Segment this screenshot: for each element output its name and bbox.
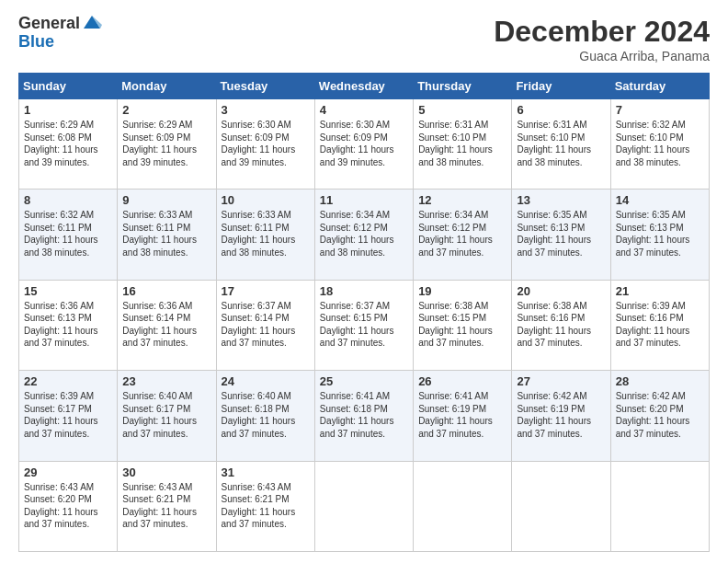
- calendar-cell: 1 Sunrise: 6:29 AMSunset: 6:08 PMDayligh…: [19, 99, 118, 190]
- day-number: 7: [616, 103, 704, 117]
- logo-blue: Blue: [18, 33, 102, 52]
- day-number: 3: [222, 103, 310, 117]
- day-info: Sunrise: 6:43 AMSunset: 6:20 PMDaylight:…: [24, 482, 98, 530]
- calendar-cell: 20 Sunrise: 6:38 AMSunset: 6:16 PMDaylig…: [512, 280, 610, 370]
- day-info: Sunrise: 6:30 AMSunset: 6:09 PMDaylight:…: [222, 120, 296, 167]
- calendar-cell: 26 Sunrise: 6:41 AMSunset: 6:19 PMDaylig…: [414, 371, 512, 461]
- logo: General Blue: [18, 15, 102, 52]
- day-info: Sunrise: 6:43 AMSunset: 6:21 PMDaylight:…: [222, 482, 296, 530]
- day-info: Sunrise: 6:37 AMSunset: 6:15 PMDaylight:…: [320, 301, 394, 349]
- calendar-cell: [512, 461, 610, 551]
- day-number: 26: [418, 374, 506, 388]
- day-number: 25: [320, 374, 408, 388]
- day-info: Sunrise: 6:37 AMSunset: 6:14 PMDaylight:…: [222, 301, 296, 349]
- calendar-week-3: 15 Sunrise: 6:36 AMSunset: 6:13 PMDaylig…: [19, 280, 710, 370]
- day-info: Sunrise: 6:39 AMSunset: 6:16 PMDaylight:…: [616, 301, 690, 349]
- day-info: Sunrise: 6:31 AMSunset: 6:10 PMDaylight:…: [418, 120, 493, 167]
- calendar-cell: 24 Sunrise: 6:40 AMSunset: 6:18 PMDaylig…: [216, 371, 314, 461]
- day-info: Sunrise: 6:41 AMSunset: 6:18 PMDaylight:…: [320, 391, 394, 439]
- day-number: 2: [122, 103, 210, 117]
- calendar-cell: 31 Sunrise: 6:43 AMSunset: 6:21 PMDaylig…: [216, 461, 314, 551]
- day-info: Sunrise: 6:29 AMSunset: 6:09 PMDaylight:…: [122, 120, 197, 167]
- col-friday: Friday: [512, 74, 610, 99]
- day-info: Sunrise: 6:38 AMSunset: 6:16 PMDaylight:…: [517, 301, 591, 349]
- day-number: 17: [222, 284, 310, 298]
- day-number: 16: [122, 284, 210, 298]
- day-number: 5: [418, 103, 506, 117]
- day-number: 8: [24, 193, 112, 207]
- calendar-cell: 19 Sunrise: 6:38 AMSunset: 6:15 PMDaylig…: [414, 280, 512, 370]
- day-number: 18: [320, 284, 408, 298]
- day-info: Sunrise: 6:32 AMSunset: 6:11 PMDaylight:…: [24, 210, 98, 258]
- day-number: 9: [122, 193, 210, 207]
- calendar-cell: 5 Sunrise: 6:31 AMSunset: 6:10 PMDayligh…: [414, 99, 512, 190]
- header: General Blue December 2024 Guaca Arriba,…: [18, 15, 710, 63]
- day-number: 23: [122, 374, 210, 388]
- day-number: 14: [616, 193, 704, 207]
- day-info: Sunrise: 6:40 AMSunset: 6:17 PMDaylight:…: [122, 391, 197, 439]
- day-number: 29: [24, 465, 112, 479]
- calendar-cell: 10 Sunrise: 6:33 AMSunset: 6:11 PMDaylig…: [216, 190, 314, 280]
- month-title: December 2024: [494, 15, 710, 49]
- day-info: Sunrise: 6:38 AMSunset: 6:15 PMDaylight:…: [418, 301, 493, 349]
- day-info: Sunrise: 6:35 AMSunset: 6:13 PMDaylight:…: [517, 210, 591, 258]
- day-number: 6: [517, 103, 605, 117]
- day-number: 20: [517, 284, 605, 298]
- calendar-cell: 18 Sunrise: 6:37 AMSunset: 6:15 PMDaylig…: [314, 280, 413, 370]
- day-number: 28: [616, 374, 704, 388]
- calendar-cell: 4 Sunrise: 6:30 AMSunset: 6:09 PMDayligh…: [314, 99, 413, 190]
- day-number: 12: [418, 193, 506, 207]
- location: Guaca Arriba, Panama: [494, 49, 710, 63]
- calendar-week-1: 1 Sunrise: 6:29 AMSunset: 6:08 PMDayligh…: [19, 99, 710, 190]
- calendar-cell: 21 Sunrise: 6:39 AMSunset: 6:16 PMDaylig…: [610, 280, 709, 370]
- calendar-cell: 12 Sunrise: 6:34 AMSunset: 6:12 PMDaylig…: [414, 190, 512, 280]
- col-sunday: Sunday: [19, 74, 118, 99]
- calendar-cell: 15 Sunrise: 6:36 AMSunset: 6:13 PMDaylig…: [19, 280, 118, 370]
- page: General Blue December 2024 Guaca Arriba,…: [0, 0, 728, 563]
- day-info: Sunrise: 6:30 AMSunset: 6:09 PMDaylight:…: [320, 120, 394, 167]
- day-info: Sunrise: 6:41 AMSunset: 6:19 PMDaylight:…: [418, 391, 493, 439]
- day-info: Sunrise: 6:29 AMSunset: 6:08 PMDaylight:…: [24, 120, 98, 167]
- calendar-week-4: 22 Sunrise: 6:39 AMSunset: 6:17 PMDaylig…: [19, 371, 710, 461]
- day-number: 24: [222, 374, 310, 388]
- calendar-cell: 25 Sunrise: 6:41 AMSunset: 6:18 PMDaylig…: [314, 371, 413, 461]
- day-info: Sunrise: 6:34 AMSunset: 6:12 PMDaylight:…: [320, 210, 394, 258]
- calendar-cell: 23 Sunrise: 6:40 AMSunset: 6:17 PMDaylig…: [118, 371, 216, 461]
- day-info: Sunrise: 6:42 AMSunset: 6:19 PMDaylight:…: [517, 391, 591, 439]
- calendar-cell: 29 Sunrise: 6:43 AMSunset: 6:20 PMDaylig…: [19, 461, 118, 551]
- calendar-cell: 9 Sunrise: 6:33 AMSunset: 6:11 PMDayligh…: [118, 190, 216, 280]
- logo-general: General: [18, 15, 80, 33]
- calendar-week-5: 29 Sunrise: 6:43 AMSunset: 6:20 PMDaylig…: [19, 461, 710, 551]
- calendar-cell: 28 Sunrise: 6:42 AMSunset: 6:20 PMDaylig…: [610, 371, 709, 461]
- day-number: 4: [320, 103, 408, 117]
- day-info: Sunrise: 6:33 AMSunset: 6:11 PMDaylight:…: [222, 210, 296, 258]
- calendar: Sunday Monday Tuesday Wednesday Thursday…: [18, 73, 710, 552]
- day-number: 15: [24, 284, 112, 298]
- day-info: Sunrise: 6:42 AMSunset: 6:20 PMDaylight:…: [616, 391, 690, 439]
- col-tuesday: Tuesday: [216, 74, 314, 99]
- day-info: Sunrise: 6:34 AMSunset: 6:12 PMDaylight:…: [418, 210, 493, 258]
- day-number: 10: [222, 193, 310, 207]
- calendar-cell: [414, 461, 512, 551]
- day-number: 22: [24, 374, 112, 388]
- day-number: 19: [418, 284, 506, 298]
- calendar-cell: 22 Sunrise: 6:39 AMSunset: 6:17 PMDaylig…: [19, 371, 118, 461]
- calendar-cell: 16 Sunrise: 6:36 AMSunset: 6:14 PMDaylig…: [118, 280, 216, 370]
- day-number: 13: [517, 193, 605, 207]
- day-number: 30: [122, 465, 210, 479]
- day-number: 31: [222, 465, 310, 479]
- calendar-cell: 6 Sunrise: 6:31 AMSunset: 6:10 PMDayligh…: [512, 99, 610, 190]
- day-info: Sunrise: 6:32 AMSunset: 6:10 PMDaylight:…: [616, 120, 690, 167]
- col-saturday: Saturday: [610, 74, 709, 99]
- day-number: 21: [616, 284, 704, 298]
- logo-text: General Blue: [18, 15, 102, 52]
- calendar-cell: 27 Sunrise: 6:42 AMSunset: 6:19 PMDaylig…: [512, 371, 610, 461]
- day-number: 27: [517, 374, 605, 388]
- title-block: December 2024 Guaca Arriba, Panama: [494, 15, 710, 63]
- logo-icon: [82, 12, 102, 32]
- day-info: Sunrise: 6:36 AMSunset: 6:14 PMDaylight:…: [122, 301, 197, 349]
- day-info: Sunrise: 6:31 AMSunset: 6:10 PMDaylight:…: [517, 120, 591, 167]
- day-number: 11: [320, 193, 408, 207]
- calendar-cell: 8 Sunrise: 6:32 AMSunset: 6:11 PMDayligh…: [19, 190, 118, 280]
- calendar-cell: 14 Sunrise: 6:35 AMSunset: 6:13 PMDaylig…: [610, 190, 709, 280]
